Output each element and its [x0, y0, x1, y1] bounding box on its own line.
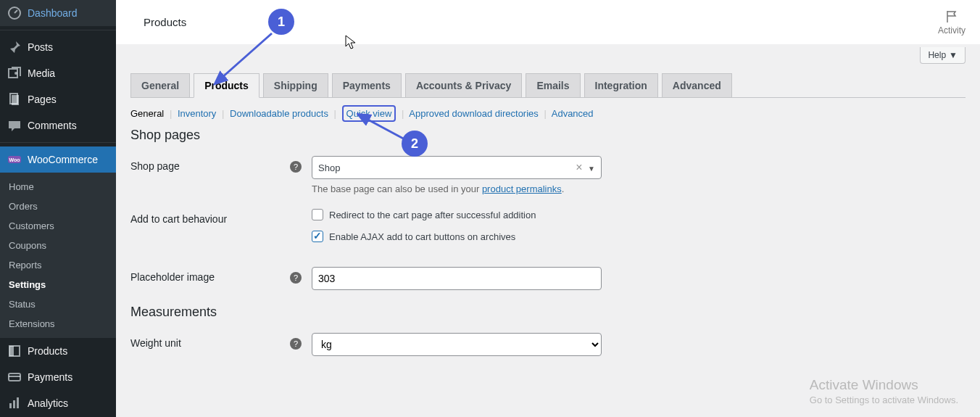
menu-analytics[interactable]: Analytics	[0, 390, 116, 416]
row-weight-unit: Weight unit ? kg	[130, 333, 966, 356]
woocommerce-icon: Woo	[7, 152, 22, 167]
chevron-down-icon: ▼	[949, 50, 958, 60]
placeholder-image-input[interactable]	[312, 267, 602, 290]
products-icon	[7, 344, 22, 358]
weight-unit-select[interactable]: kg	[312, 333, 602, 356]
subnav-inventory[interactable]: Inventory	[178, 108, 216, 119]
clear-icon[interactable]: ×	[576, 161, 582, 173]
svg-line-15	[365, 118, 406, 140]
menu-pages[interactable]: Pages	[0, 86, 116, 112]
menu-posts[interactable]: Posts	[0, 34, 116, 60]
help-tip-icon[interactable]: ?	[290, 161, 302, 173]
pin-icon	[7, 40, 22, 54]
admin-sidebar: Dashboard Posts Media Pages Comments Woo…	[0, 0, 116, 417]
tab-accounts-privacy[interactable]: Accounts & Privacy	[405, 73, 523, 97]
comments-icon	[7, 118, 22, 133]
menu-label: Media	[28, 67, 55, 79]
woocommerce-submenu: Home Orders Customers Coupons Reports Se…	[0, 173, 116, 338]
activity-button[interactable]: Activity	[938, 9, 966, 36]
menu-label: Pages	[28, 94, 57, 105]
tab-payments[interactable]: Payments	[332, 73, 402, 97]
activity-label: Activity	[938, 25, 966, 36]
menu-woocommerce[interactable]: Woo WooCommerce	[0, 146, 116, 173]
row-add-to-cart: Add to cart behaviour Redirect to the ca…	[130, 209, 966, 252]
menu-comments[interactable]: Comments	[0, 112, 116, 139]
shop-page-select[interactable]: Shop × ▼	[312, 156, 602, 179]
page-title: Products	[130, 16, 186, 28]
menu-label: Products	[28, 345, 67, 357]
tab-advanced[interactable]: Advanced	[662, 73, 732, 97]
svg-line-14	[221, 33, 272, 78]
submenu-status[interactable]: Status	[0, 294, 116, 314]
products-subnav: General | Inventory | Downloadable produ…	[130, 108, 966, 119]
label-ajax-cart: Enable AJAX add to cart buttons on archi…	[329, 231, 515, 242]
pages-icon	[7, 92, 22, 107]
label-shop-page: Shop page	[130, 156, 290, 172]
help-tip-icon[interactable]: ?	[290, 272, 302, 284]
help-label: Help	[928, 50, 946, 60]
menu-products[interactable]: Products	[0, 338, 116, 364]
menu-label: Payments	[28, 371, 72, 383]
section-measurements: Measurements	[130, 305, 966, 320]
menu-label: Comments	[28, 120, 77, 131]
tab-integration[interactable]: Integration	[584, 73, 658, 97]
payments-icon	[7, 370, 22, 384]
svg-rect-10	[9, 376, 20, 377]
dashboard-icon	[7, 6, 22, 20]
submenu-settings[interactable]: Settings	[0, 275, 116, 294]
menu-dashboard[interactable]: Dashboard	[0, 0, 116, 26]
windows-watermark: Activate Windows Go to Settings to activ…	[810, 377, 958, 405]
help-tip-icon[interactable]: ?	[290, 338, 302, 350]
row-placeholder-image: Placeholder image ?	[130, 267, 966, 290]
label-redirect-cart: Redirect to the cart page after successf…	[329, 210, 536, 220]
subnav-advanced[interactable]: Advanced	[552, 108, 594, 119]
svg-rect-13	[17, 397, 19, 408]
svg-rect-11	[9, 403, 12, 408]
label-placeholder-image: Placeholder image	[130, 267, 290, 283]
menu-label: Dashboard	[28, 7, 78, 19]
annotation-marker-2: 2	[402, 131, 428, 157]
subnav-downloadable[interactable]: Downloadable products	[230, 108, 328, 119]
subnav-approved-download[interactable]: Approved download directories	[409, 108, 539, 119]
flag-icon	[944, 9, 959, 24]
checkbox-ajax-cart[interactable]	[312, 231, 323, 242]
analytics-icon	[7, 396, 22, 410]
menu-label: Analytics	[28, 397, 68, 409]
svg-rect-4	[12, 95, 19, 105]
menu-payments[interactable]: Payments	[0, 364, 116, 390]
tab-general[interactable]: General	[130, 73, 190, 97]
subnav-general[interactable]: General	[130, 108, 164, 119]
menu-label: Posts	[28, 41, 53, 53]
menu-media[interactable]: Media	[0, 60, 116, 86]
annotation-marker-1: 1	[268, 9, 294, 35]
submenu-coupons[interactable]: Coupons	[0, 236, 116, 255]
submenu-extensions[interactable]: Extensions	[0, 314, 116, 334]
shop-page-desc: The base page can also be used in your p…	[312, 183, 966, 194]
svg-point-2	[14, 72, 17, 75]
help-button[interactable]: Help ▼	[920, 47, 966, 64]
section-shop-pages: Shop pages	[130, 128, 966, 143]
submenu-orders[interactable]: Orders	[0, 197, 116, 216]
svg-rect-8	[9, 346, 14, 356]
label-add-to-cart: Add to cart behaviour	[130, 209, 290, 225]
submenu-reports[interactable]: Reports	[0, 255, 116, 275]
annotation-arrow-1	[210, 26, 283, 91]
svg-text:Woo: Woo	[9, 157, 20, 162]
label-weight-unit: Weight unit	[130, 333, 290, 349]
checkbox-redirect-cart[interactable]	[312, 209, 323, 220]
svg-rect-12	[13, 400, 15, 408]
tab-emails[interactable]: Emails	[526, 73, 580, 97]
shop-page-value: Shop	[318, 162, 340, 173]
chevron-down-icon: ▼	[588, 165, 595, 173]
menu-label: WooCommerce	[28, 154, 98, 165]
submenu-home[interactable]: Home	[0, 177, 116, 197]
submenu-customers[interactable]: Customers	[0, 216, 116, 236]
product-permalinks-link[interactable]: product permalinks	[482, 183, 562, 194]
media-icon	[7, 66, 22, 80]
row-shop-page: Shop page ? Shop × ▼ The base page can a…	[130, 156, 966, 194]
